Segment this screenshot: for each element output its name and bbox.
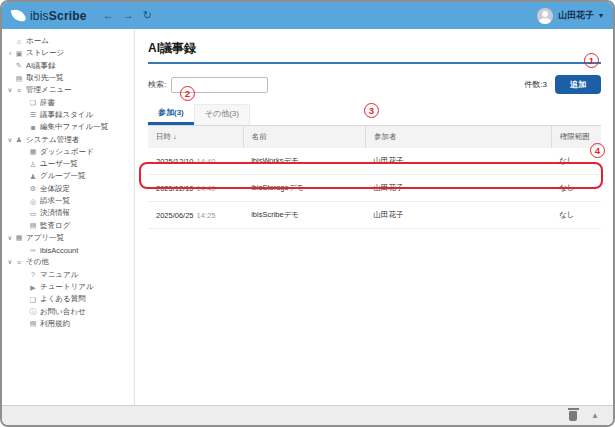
expand-arrow-icon: ∨ (6, 136, 14, 144)
sidebar-item-app-list[interactable]: ∨ ▦ アプリ一覧 (2, 232, 134, 244)
annotation-circle-1: 1 (584, 53, 599, 68)
card-icon: ▭ (28, 210, 38, 217)
logo-prefix: ibis (30, 9, 49, 23)
reload-icon[interactable]: ↻ (143, 10, 152, 21)
sidebar-item-payment-info[interactable]: ▭ 決済情報 (2, 207, 134, 219)
lock-icon: ◙ (28, 124, 38, 131)
sidebar-item-contact[interactable]: ⓘ お問い合わせ (2, 306, 134, 318)
expand-arrow-icon: › (6, 50, 14, 57)
feather-icon: ✑ (28, 247, 38, 254)
feather-icon (11, 8, 26, 23)
person-icon: ♟ (14, 136, 24, 143)
log-icon: ▤ (28, 222, 38, 229)
sidebar-item-ai-minutes[interactable]: ✎ AI議事録 (2, 60, 134, 72)
table-row[interactable]: 2025/12/1014:40 ibisStorageデモ 山田花子 なし (148, 175, 601, 202)
up-arrow-icon[interactable]: ▲ (591, 412, 599, 420)
sidebar-item-others[interactable]: ∨ ≡ その他 (2, 256, 134, 268)
sidebar-item-terms[interactable]: ▤ 利用規約 (2, 318, 134, 330)
app-logo-text: ibisScribe (30, 9, 87, 23)
edit-icon: ✎ (14, 62, 24, 69)
bottom-toolbar: ▲ (2, 405, 613, 425)
sidebar-item-minutes-style[interactable]: ☰ 議事録スタイル (2, 109, 134, 121)
column-header-name[interactable]: 名前 (243, 126, 365, 148)
sidebar-item-editing-files[interactable]: ◙ 編集中ファイル一覧 (2, 121, 134, 133)
sidebar-item-audit-log[interactable]: ▤ 監査ログ (2, 219, 134, 231)
annotation-circle-4: 4 (590, 143, 605, 158)
sidebar-item-manual[interactable]: ? マニュアル (2, 269, 134, 281)
minutes-table: 日時↓ 名前 参加者 権限範囲 2025/12/1014:40 ibisWork… (148, 126, 601, 229)
sidebar-item-dashboard[interactable]: ▦ ダッシュボード (2, 146, 134, 158)
menu-icon: ≡ (14, 259, 24, 266)
sidebar-item-clients[interactable]: ▤ 取引先一覧 (2, 72, 134, 84)
add-button[interactable]: 追加 (555, 75, 601, 94)
toolbar: 検索: 件数:3 追加 (148, 75, 601, 94)
search-label: 検索: (148, 79, 166, 90)
book-icon: ❏ (28, 99, 38, 106)
chat-icon: ❑ (28, 296, 38, 303)
avatar (537, 8, 553, 24)
video-icon: ▶ (28, 284, 38, 291)
user-icon: ♙ (28, 161, 38, 168)
gear-icon: ⚙ (28, 185, 38, 192)
sidebar-item-ibis-account[interactable]: ✑ ibisAccount (2, 244, 134, 256)
sidebar-item-home[interactable]: ⌂ ホーム (2, 35, 134, 47)
list-icon: ☰ (28, 111, 38, 118)
table-row[interactable]: 2025/12/1014:40 ibisWorksデモ 山田花子 なし (148, 148, 601, 175)
record-count: 件数:3 (524, 79, 547, 90)
menu-icon: ≡ (14, 87, 24, 94)
storage-icon: ▣ (14, 50, 24, 57)
sort-desc-icon: ↓ (173, 132, 177, 141)
group-icon: ♟ (28, 173, 38, 180)
sidebar-item-faq[interactable]: ❑ よくある質問 (2, 293, 134, 305)
document-icon: ▤ (28, 320, 38, 327)
app-window: ibisScribe ← → ↻ 山田花子 ▾ ⌂ ホーム › ▣ ストレージ … (0, 0, 615, 427)
tab-others[interactable]: その他(3) (194, 104, 250, 125)
sidebar-item-storage[interactable]: › ▣ ストレージ (2, 47, 134, 59)
user-name: 山田花子 (558, 9, 594, 22)
annotation-circle-3: 3 (364, 103, 379, 118)
logo-suffix: Scribe (49, 9, 87, 23)
sidebar-item-dictionary[interactable]: ❏ 辞書 (2, 96, 134, 108)
home-icon: ⌂ (14, 38, 24, 45)
sidebar-item-user-list[interactable]: ♙ ユーザ一覧 (2, 158, 134, 170)
column-header-participants[interactable]: 参加者 (365, 126, 551, 148)
chevron-down-icon: ▾ (599, 11, 603, 20)
expand-arrow-icon: ∨ (6, 234, 14, 242)
column-header-datetime[interactable]: 日時↓ (148, 126, 243, 148)
sidebar-item-billing-list[interactable]: ◎ 請求一覧 (2, 195, 134, 207)
app-logo: ibisScribe (12, 9, 87, 23)
sidebar-item-group-list[interactable]: ♟ グループ一覧 (2, 170, 134, 182)
sidebar-item-tutorial[interactable]: ▶ チュートリアル (2, 281, 134, 293)
apps-icon: ▦ (14, 234, 24, 241)
expand-arrow-icon: ∨ (6, 258, 14, 266)
app-header: ibisScribe ← → ↻ 山田花子 ▾ (2, 2, 613, 29)
sidebar-item-global-settings[interactable]: ⚙ 全体設定 (2, 183, 134, 195)
sidebar-item-admin-menu[interactable]: ∨ ≡ 管理メニュー (2, 84, 134, 96)
trash-icon[interactable] (569, 411, 577, 421)
page-title: AI議事録 (148, 40, 601, 64)
building-icon: ▤ (14, 75, 24, 82)
sidebar-item-system-admin[interactable]: ∨ ♟ システム管理者 (2, 133, 134, 145)
forward-icon[interactable]: → (123, 10, 134, 21)
annotation-circle-2: 2 (180, 86, 195, 101)
expand-arrow-icon: ∨ (6, 86, 14, 94)
table-header-row: 日時↓ 名前 参加者 権限範囲 (148, 126, 601, 148)
question-icon: ? (28, 271, 38, 278)
info-icon: ⓘ (28, 308, 38, 315)
back-icon[interactable]: ← (103, 10, 114, 21)
tab-joined[interactable]: 参加(3) (148, 104, 194, 125)
billing-icon: ◎ (28, 198, 38, 205)
dashboard-icon: ▦ (28, 148, 38, 155)
sidebar-nav: ⌂ ホーム › ▣ ストレージ ✎ AI議事録 ▤ 取引先一覧 ∨ ≡ 管理メニ… (2, 29, 135, 405)
main-panel: AI議事録 検索: 件数:3 追加 参加(3) その他(3) 日時↓ 名前 参加… (135, 29, 613, 405)
user-menu[interactable]: 山田花子 ▾ (537, 8, 603, 24)
table-row[interactable]: 2025/06/2514:25 ibisScribeデモ 山田花子 なし (148, 202, 601, 229)
